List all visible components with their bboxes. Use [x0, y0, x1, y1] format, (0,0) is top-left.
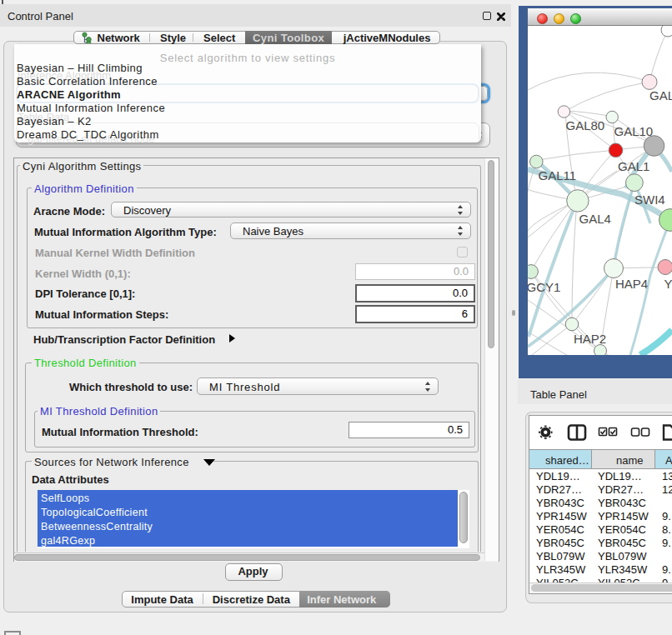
svg-text:SWI4: SWI4	[634, 192, 665, 207]
svg-text:GAL4: GAL4	[579, 212, 611, 226]
svg-text:HAP2: HAP2	[574, 332, 606, 346]
svg-text:GAL10: GAL10	[614, 124, 654, 138]
svg-text:GAL: GAL	[649, 88, 672, 102]
svg-text:Y: Y	[664, 277, 672, 291]
svg-text:GAL11: GAL11	[539, 168, 577, 182]
svg-text:HAP4: HAP4	[615, 277, 648, 291]
svg-text:GCY1: GCY1	[528, 280, 560, 294]
svg-text:GAL1: GAL1	[618, 159, 649, 173]
svg-text:GAL80: GAL80	[566, 118, 605, 132]
